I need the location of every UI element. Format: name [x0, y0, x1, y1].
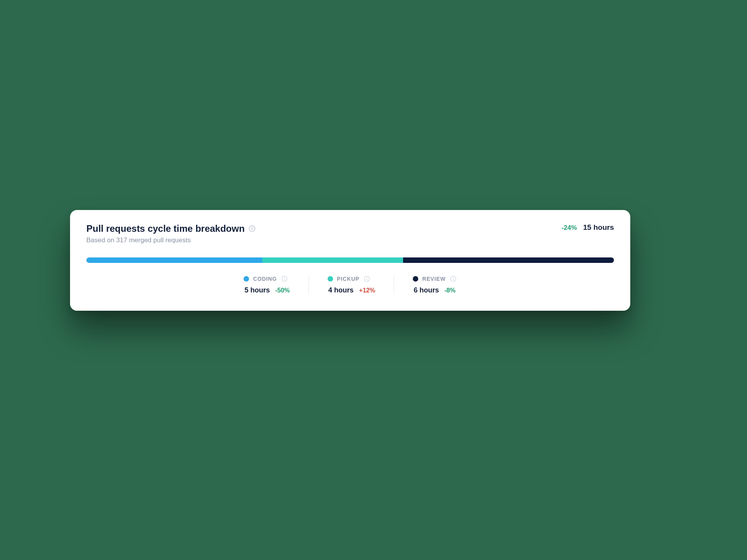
metric-pickup-header: PICKUP — [328, 275, 375, 282]
metrics-row: CODING 5 hours -50% PICKUP — [86, 275, 614, 294]
title-block: Pull requests cycle time breakdown Based… — [86, 223, 256, 244]
card-subtitle: Based on 317 merged pull requests — [86, 236, 256, 244]
svg-point-10 — [453, 277, 454, 278]
metric-coding-delta: -50% — [275, 287, 289, 294]
metric-pickup-value: 4 hours — [328, 286, 354, 294]
svg-point-1 — [252, 227, 253, 228]
bar-segment-review — [403, 257, 614, 263]
stacked-bar — [86, 257, 614, 263]
legend-dot-pickup — [328, 276, 333, 282]
legend-dot-coding — [244, 276, 249, 282]
metric-review-values: 6 hours -8% — [413, 286, 456, 294]
card-header: Pull requests cycle time breakdown Based… — [86, 223, 614, 244]
info-icon[interactable] — [281, 275, 288, 282]
metric-coding: CODING 5 hours -50% — [225, 275, 308, 294]
metric-pickup: PICKUP 4 hours +12% — [309, 275, 394, 294]
metric-review-label: REVIEW — [422, 276, 445, 282]
bar-segment-pickup — [262, 257, 403, 263]
svg-point-4 — [284, 277, 285, 278]
info-icon[interactable] — [363, 275, 370, 282]
svg-rect-2 — [252, 228, 253, 230]
metric-pickup-values: 4 hours +12% — [328, 286, 375, 294]
legend-dot-review — [413, 276, 418, 282]
svg-point-7 — [366, 277, 367, 278]
card-title: Pull requests cycle time breakdown — [86, 223, 245, 234]
metric-pickup-label: PICKUP — [337, 276, 359, 282]
title-row: Pull requests cycle time breakdown — [86, 223, 256, 234]
summary-block: -24% 15 hours — [561, 223, 614, 232]
metric-review-value: 6 hours — [414, 286, 439, 294]
summary-delta: -24% — [561, 224, 577, 232]
metric-coding-header: CODING — [244, 275, 289, 282]
svg-rect-11 — [453, 278, 453, 280]
metric-coding-label: CODING — [253, 276, 277, 282]
svg-rect-8 — [366, 278, 367, 280]
metric-coding-value: 5 hours — [244, 286, 270, 294]
metric-review-delta: -8% — [444, 287, 455, 294]
bar-segment-coding — [86, 257, 262, 263]
metric-pickup-delta: +12% — [359, 287, 375, 294]
metric-review-header: REVIEW — [413, 275, 456, 282]
cycle-time-card: Pull requests cycle time breakdown Based… — [70, 210, 630, 311]
info-icon[interactable] — [249, 225, 256, 232]
metric-review: REVIEW 6 hours -8% — [394, 275, 475, 294]
info-icon[interactable] — [450, 275, 457, 282]
metric-coding-values: 5 hours -50% — [244, 286, 289, 294]
svg-rect-5 — [284, 278, 284, 280]
summary-total: 15 hours — [583, 223, 614, 232]
